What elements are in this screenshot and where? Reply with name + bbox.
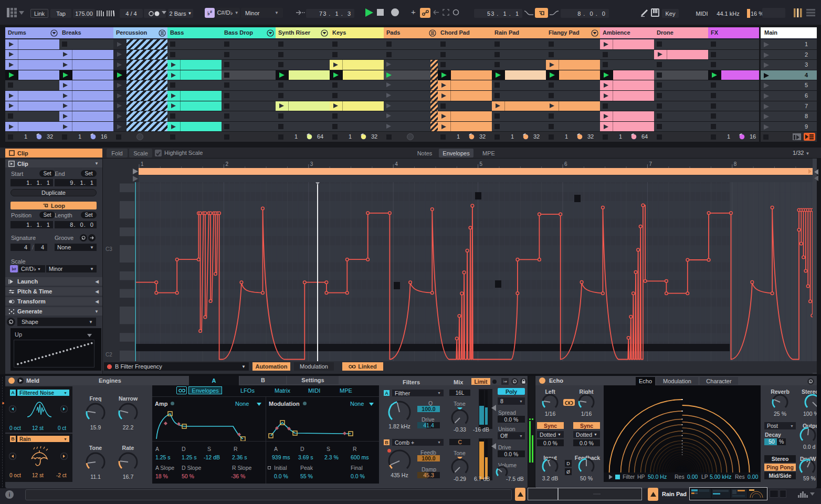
svg-text:3: 3 [310, 161, 313, 167]
svg-text:4: 4 [395, 161, 398, 167]
svg-text:5: 5 [480, 161, 483, 167]
svg-text:7: 7 [649, 161, 652, 167]
svg-text:8: 8 [734, 161, 737, 167]
svg-text:2: 2 [225, 161, 228, 167]
svg-text:6: 6 [564, 161, 567, 167]
svg-text:1: 1 [141, 161, 144, 167]
svg-text:i: i [8, 491, 10, 498]
